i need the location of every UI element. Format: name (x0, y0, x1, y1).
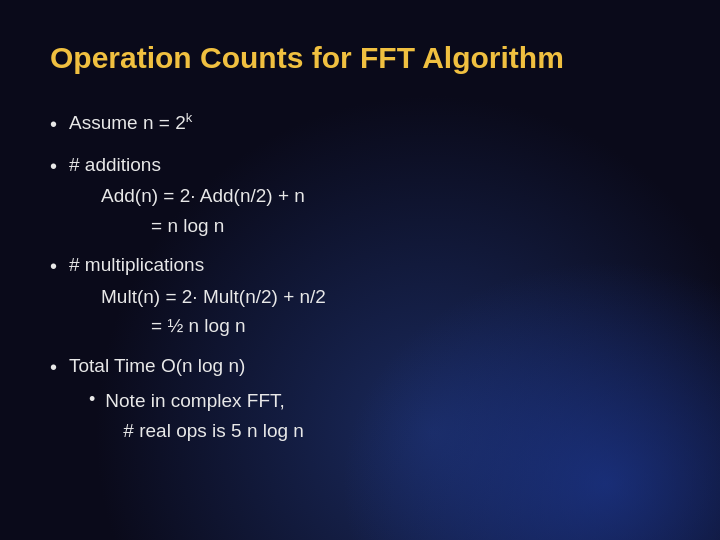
content-area: • Assume n = 2k • # additions Add(n) = 2… (50, 108, 670, 445)
sub-bullet-icon: • (89, 386, 95, 414)
indent-block: Add(n) = 2· Add(n/2) + n = n log n (101, 181, 670, 240)
bullet-text: Total Time O(n log n) • Note in complex … (69, 351, 670, 445)
bullet-text: # additions Add(n) = 2· Add(n/2) + n = n… (69, 150, 670, 240)
list-item: • Total Time O(n log n) • Note in comple… (50, 351, 670, 445)
sub-line-2: # real ops is 5 n log n (105, 416, 304, 445)
slide: Operation Counts for FFT Algorithm • Ass… (0, 0, 720, 540)
bullet-label: Total Time O(n log n) (69, 355, 245, 376)
bullet-label: # multiplications (69, 254, 204, 275)
bullet-icon: • (50, 251, 57, 282)
indent-block: Mult(n) = 2· Mult(n/2) + n/2 = ½ n log n (101, 282, 670, 341)
bullet-icon: • (50, 151, 57, 182)
list-item: • # multiplications Mult(n) = 2· Mult(n/… (50, 250, 670, 340)
indent-line-1: Mult(n) = 2· Mult(n/2) + n/2 (101, 282, 670, 311)
sub-list-item: • Note in complex FFT, # real ops is 5 n… (89, 386, 670, 445)
indent-line-1: Add(n) = 2· Add(n/2) + n (101, 181, 670, 210)
list-item: • # additions Add(n) = 2· Add(n/2) + n =… (50, 150, 670, 240)
superscript-k: k (186, 110, 193, 125)
indent-line-2: = ½ n log n (101, 311, 670, 340)
bullet-icon: • (50, 352, 57, 383)
sub-bullet-text: Note in complex FFT, # real ops is 5 n l… (105, 386, 304, 445)
indent-line-2: = n log n (101, 211, 670, 240)
list-item: • Assume n = 2k (50, 108, 670, 140)
bullet-text: # multiplications Mult(n) = 2· Mult(n/2)… (69, 250, 670, 340)
bullet-text: Assume n = 2k (69, 108, 670, 138)
slide-title: Operation Counts for FFT Algorithm (50, 40, 670, 76)
bullet-icon: • (50, 109, 57, 140)
sub-line-1: Note in complex FFT, (105, 386, 304, 415)
bullet-label: # additions (69, 154, 161, 175)
